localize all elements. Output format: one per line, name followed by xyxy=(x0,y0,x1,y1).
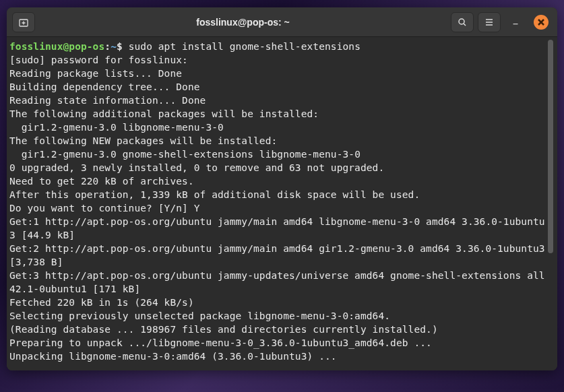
output-line: Preparing to unpack .../libgnome-menu-3-… xyxy=(9,337,432,348)
scrollbar-thumb[interactable] xyxy=(548,40,553,253)
scrollbar[interactable] xyxy=(546,40,555,368)
close-button[interactable] xyxy=(530,12,552,32)
minimize-button[interactable] xyxy=(505,12,526,32)
output-line: Reading package lists... Done xyxy=(9,68,182,79)
search-button[interactable] xyxy=(451,12,474,32)
output-line: gir1.2-gmenu-3.0 gnome-shell-extensions … xyxy=(9,149,361,160)
prompt-command: sudo apt install gnome-shell-extensions xyxy=(129,41,361,52)
output-line: Building dependency tree... Done xyxy=(9,81,200,92)
terminal-window: fosslinux@pop-os: ~ xyxy=(7,7,557,370)
output-line: Get:1 http://apt.pop-os.org/ubuntu jammy… xyxy=(9,216,545,240)
output-line: gir1.2-gmenu-3.0 libgnome-menu-3-0 xyxy=(9,122,224,133)
output-line: Reading state information... Done xyxy=(9,95,206,106)
titlebar: fosslinux@pop-os: ~ xyxy=(7,7,557,37)
menu-button[interactable] xyxy=(478,12,501,32)
output-line: Fetched 220 kB in 1s (264 kB/s) xyxy=(9,297,194,308)
output-line: After this operation, 1,339 kB of additi… xyxy=(9,189,420,200)
svg-line-4 xyxy=(464,24,466,26)
output-line: The following additional packages will b… xyxy=(9,108,319,119)
output-line: [sudo] password for fosslinux: xyxy=(9,55,194,65)
output-line: Unpacking libgnome-menu-3-0:amd64 (3.36.… xyxy=(9,351,337,362)
output-line: Do you want to continue? [Y/n] Y xyxy=(9,203,200,214)
hamburger-icon xyxy=(484,17,495,28)
prompt-path: ~ xyxy=(111,41,117,52)
new-tab-button[interactable] xyxy=(12,12,35,32)
svg-point-3 xyxy=(459,19,464,24)
output-line: Get:3 http://apt.pop-os.org/ubuntu jammy… xyxy=(9,270,551,294)
close-icon xyxy=(538,19,544,26)
new-tab-icon xyxy=(18,17,29,28)
output-line: (Reading database ... 198967 files and d… xyxy=(9,324,438,335)
minimize-icon xyxy=(511,18,520,27)
prompt-user-host: fosslinux@pop-os xyxy=(9,41,104,52)
output-line: Need to get 220 kB of archives. xyxy=(9,176,194,187)
search-icon xyxy=(457,17,468,28)
terminal-output: fosslinux@pop-os:~$ sudo apt install gno… xyxy=(9,40,546,368)
output-line: The following NEW packages will be insta… xyxy=(9,135,277,146)
output-line: Get:2 http://apt.pop-os.org/ubuntu jammy… xyxy=(9,243,551,267)
prompt-dollar: $ xyxy=(117,41,129,52)
prompt-separator: : xyxy=(104,41,111,52)
terminal-body[interactable]: fosslinux@pop-os:~$ sudo apt install gno… xyxy=(7,37,557,370)
output-line: 0 upgraded, 3 newly installed, 0 to remo… xyxy=(9,162,384,173)
window-title: fosslinux@pop-os: ~ xyxy=(35,17,451,28)
output-line: Selecting previously unselected package … xyxy=(9,311,390,321)
